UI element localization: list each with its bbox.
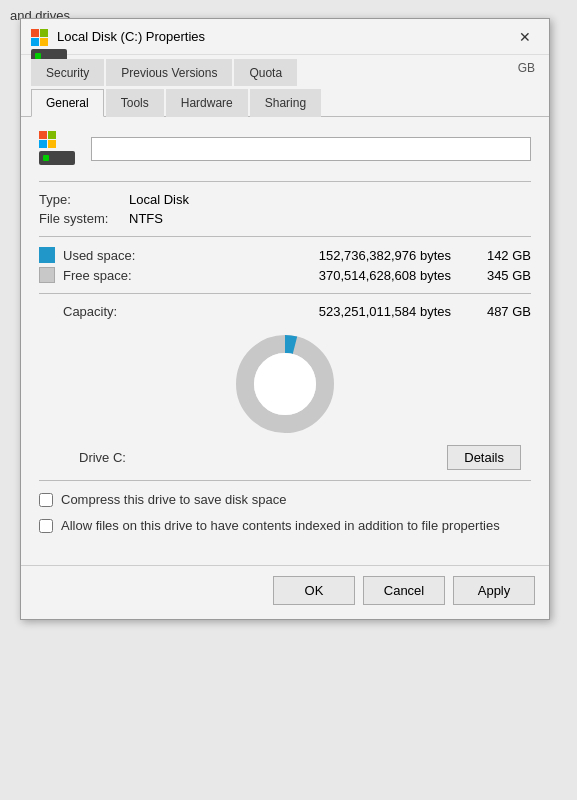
cancel-button[interactable]: Cancel: [363, 576, 445, 605]
compress-checkbox[interactable]: [39, 493, 53, 507]
drive-windows-logo-icon: [39, 131, 56, 148]
divider-4: [39, 480, 531, 481]
compress-label: Compress this drive to save disk space: [61, 491, 286, 509]
tab-quota[interactable]: Quota: [234, 59, 297, 86]
tabs-row-2: General Tools Hardware Sharing: [21, 85, 549, 116]
checkbox-section: Compress this drive to save disk space A…: [39, 491, 531, 535]
tab-content: Type: Local Disk File system: NTFS Used …: [21, 117, 549, 559]
drive-label: Drive C:: [39, 450, 126, 465]
space-section: Used space: 152,736,382,976 bytes 142 GB…: [39, 247, 531, 283]
tab-hardware[interactable]: Hardware: [166, 89, 248, 117]
used-space-row: Used space: 152,736,382,976 bytes 142 GB: [39, 247, 531, 263]
type-row: Type: Local Disk: [39, 192, 531, 207]
type-label: Type:: [39, 192, 129, 207]
dialog-title: Local Disk (C:) Properties: [57, 29, 511, 44]
free-space-label: Free space:: [63, 268, 173, 283]
divider-2: [39, 236, 531, 237]
capacity-gb: 487 GB: [471, 304, 531, 319]
donut-row: Drive C: Details: [39, 445, 531, 470]
tabs-container: Security Previous Versions Quota GB Gene…: [21, 55, 549, 117]
chart-area: Drive C: Details: [39, 329, 531, 470]
free-space-row: Free space: 370,514,628,608 bytes 345 GB: [39, 267, 531, 283]
type-value: Local Disk: [129, 192, 189, 207]
used-color-box: [39, 247, 55, 263]
free-color-box: [39, 267, 55, 283]
tab-tools[interactable]: Tools: [106, 89, 164, 117]
compress-checkbox-row: Compress this drive to save disk space: [39, 491, 531, 509]
apply-button[interactable]: Apply: [453, 576, 535, 605]
index-checkbox-row: Allow files on this drive to have conten…: [39, 517, 531, 535]
index-label: Allow files on this drive to have conten…: [61, 517, 500, 535]
capacity-bytes: 523,251,011,584 bytes: [169, 304, 471, 319]
used-space-gb: 142 GB: [471, 248, 531, 263]
used-space-bytes: 152,736,382,976 bytes: [173, 248, 471, 263]
dialog-icon: [31, 29, 49, 45]
drive-header: [39, 131, 531, 167]
divider-3: [39, 293, 531, 294]
tabs-row-1: Security Previous Versions Quota GB: [21, 55, 549, 85]
filesystem-row: File system: NTFS: [39, 211, 531, 226]
drive-icon: [39, 131, 79, 167]
close-button[interactable]: ✕: [511, 23, 539, 51]
tab-previous-versions[interactable]: Previous Versions: [106, 59, 232, 86]
title-bar: Local Disk (C:) Properties ✕: [21, 19, 549, 55]
used-space-label: Used space:: [63, 248, 173, 263]
free-space-gb: 345 GB: [471, 268, 531, 283]
drive-name-input[interactable]: [91, 137, 531, 161]
gb-label: GB: [514, 55, 539, 85]
capacity-row: Capacity: 523,251,011,584 bytes 487 GB: [39, 304, 531, 319]
index-checkbox[interactable]: [39, 519, 53, 533]
divider-1: [39, 181, 531, 182]
info-table: Type: Local Disk File system: NTFS: [39, 192, 531, 226]
windows-logo-icon: [31, 29, 48, 46]
filesystem-label: File system:: [39, 211, 129, 226]
details-button[interactable]: Details: [447, 445, 521, 470]
button-row: OK Cancel Apply: [21, 565, 549, 619]
tab-sharing[interactable]: Sharing: [250, 89, 321, 117]
ok-button[interactable]: OK: [273, 576, 355, 605]
capacity-label: Capacity:: [39, 304, 169, 319]
properties-dialog: Local Disk (C:) Properties ✕ Security Pr…: [20, 18, 550, 620]
free-space-bytes: 370,514,628,608 bytes: [173, 268, 471, 283]
tab-security[interactable]: Security: [31, 59, 104, 86]
svg-point-2: [254, 353, 316, 415]
filesystem-value: NTFS: [129, 211, 163, 226]
donut-chart: [230, 329, 340, 439]
tab-general[interactable]: General: [31, 89, 104, 117]
